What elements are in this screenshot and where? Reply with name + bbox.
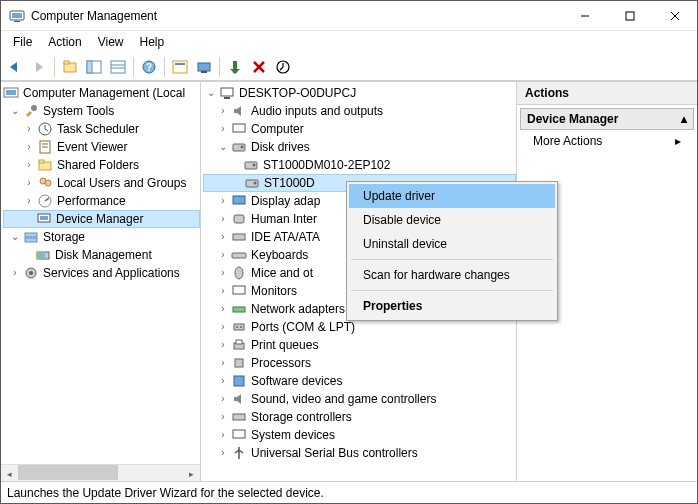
cpu-icon bbox=[231, 355, 247, 371]
services-icon bbox=[23, 265, 39, 281]
expand-icon[interactable]: › bbox=[217, 318, 229, 336]
expand-icon[interactable]: › bbox=[217, 120, 229, 138]
expand-icon[interactable]: › bbox=[217, 192, 229, 210]
help-button[interactable]: ? bbox=[138, 56, 160, 78]
status-bar: Launches the Update Driver Wizard for th… bbox=[1, 481, 697, 503]
mouse-icon bbox=[231, 265, 247, 281]
menu-file[interactable]: File bbox=[5, 33, 40, 51]
toolbar-icon-button[interactable] bbox=[169, 56, 191, 78]
device-item-label: ST1000D bbox=[264, 174, 315, 192]
forward-button[interactable] bbox=[28, 56, 50, 78]
svg-rect-39 bbox=[25, 238, 37, 242]
ctx-disable-device[interactable]: Disable device bbox=[349, 208, 555, 232]
expand-icon[interactable]: › bbox=[217, 264, 229, 282]
tree-item-label: Services and Applications bbox=[43, 264, 180, 282]
menu-action[interactable]: Action bbox=[40, 33, 89, 51]
tree-item-label: Device Manager bbox=[56, 210, 143, 228]
expand-icon[interactable]: › bbox=[217, 300, 229, 318]
show-hide-tree-button[interactable] bbox=[83, 56, 105, 78]
console-tree[interactable]: Computer Management (Local ⌄System Tools… bbox=[1, 82, 200, 284]
device-item-label: Processors bbox=[251, 354, 311, 372]
menu-view[interactable]: View bbox=[90, 33, 132, 51]
ctx-update-driver[interactable]: Update driver bbox=[349, 184, 555, 208]
expand-icon[interactable]: › bbox=[217, 372, 229, 390]
expand-icon[interactable]: › bbox=[217, 282, 229, 300]
expand-icon[interactable]: › bbox=[217, 102, 229, 120]
device-root-label: DESKTOP-O0DUPCJ bbox=[239, 84, 356, 102]
svg-rect-8 bbox=[64, 61, 69, 64]
storage-ctl-icon bbox=[231, 409, 247, 425]
ctx-properties[interactable]: Properties bbox=[349, 294, 555, 318]
tools-icon bbox=[23, 103, 39, 119]
svg-rect-60 bbox=[233, 307, 245, 312]
ctx-uninstall-device[interactable]: Uninstall device bbox=[349, 232, 555, 256]
svg-rect-42 bbox=[41, 252, 45, 259]
ide-icon bbox=[231, 229, 247, 245]
collapse-icon[interactable]: ⌄ bbox=[217, 138, 229, 156]
maximize-button[interactable] bbox=[607, 1, 652, 30]
keyboard-icon bbox=[231, 247, 247, 263]
up-button[interactable] bbox=[59, 56, 81, 78]
device-item-label: Universal Serial Bus controllers bbox=[251, 444, 418, 462]
svg-rect-11 bbox=[111, 61, 125, 73]
expand-icon[interactable]: › bbox=[217, 354, 229, 372]
close-button[interactable] bbox=[652, 1, 697, 30]
expand-icon[interactable]: › bbox=[217, 210, 229, 228]
update-driver-button[interactable] bbox=[272, 56, 294, 78]
svg-rect-55 bbox=[234, 215, 244, 223]
tree-item-label: Disk Management bbox=[55, 246, 152, 264]
horizontal-scrollbar[interactable]: ◂ ▸ bbox=[1, 464, 200, 481]
more-actions[interactable]: More Actions ▸ bbox=[517, 130, 697, 152]
app-icon bbox=[9, 8, 25, 24]
clock-icon bbox=[37, 121, 53, 137]
delete-button[interactable] bbox=[248, 56, 270, 78]
expand-icon[interactable]: › bbox=[217, 390, 229, 408]
svg-rect-66 bbox=[235, 359, 243, 367]
svg-point-26 bbox=[31, 105, 37, 111]
svg-rect-69 bbox=[233, 430, 245, 438]
back-button[interactable] bbox=[4, 56, 26, 78]
svg-rect-45 bbox=[221, 88, 233, 96]
expand-icon[interactable]: › bbox=[23, 174, 35, 192]
tree-item-label: Task Scheduler bbox=[57, 120, 139, 138]
expand-icon[interactable]: › bbox=[23, 138, 35, 156]
svg-text:?: ? bbox=[146, 62, 152, 73]
expand-icon[interactable]: › bbox=[23, 120, 35, 138]
scroll-right-button[interactable]: ▸ bbox=[183, 465, 200, 481]
actions-section[interactable]: Device Manager ▴ bbox=[520, 108, 694, 130]
computer-icon bbox=[219, 85, 235, 101]
svg-point-34 bbox=[45, 180, 51, 186]
expand-icon[interactable]: › bbox=[217, 444, 229, 462]
properties-button[interactable] bbox=[107, 56, 129, 78]
svg-rect-46 bbox=[224, 97, 230, 99]
expand-icon[interactable]: › bbox=[217, 336, 229, 354]
scan-hardware-button[interactable] bbox=[193, 56, 215, 78]
device-item-label: Software devices bbox=[251, 372, 342, 390]
expand-icon[interactable]: › bbox=[217, 408, 229, 426]
svg-point-51 bbox=[253, 164, 256, 167]
disk-icon bbox=[243, 157, 259, 173]
ctx-separator bbox=[351, 259, 553, 260]
expand-icon[interactable]: › bbox=[23, 156, 35, 174]
expand-icon[interactable]: › bbox=[217, 426, 229, 444]
expand-icon[interactable]: › bbox=[217, 246, 229, 264]
scroll-left-button[interactable]: ◂ bbox=[1, 465, 18, 481]
tree-item-label: Event Viewer bbox=[57, 138, 127, 156]
minimize-button[interactable] bbox=[562, 1, 607, 30]
collapse-icon[interactable]: ⌄ bbox=[9, 102, 21, 120]
svg-rect-25 bbox=[6, 90, 16, 95]
expand-icon[interactable]: › bbox=[23, 192, 35, 210]
svg-rect-54 bbox=[233, 196, 245, 204]
ctx-scan-hardware[interactable]: Scan for hardware changes bbox=[349, 263, 555, 287]
collapse-icon[interactable]: ⌄ bbox=[9, 228, 21, 246]
sound-icon bbox=[231, 391, 247, 407]
expand-icon[interactable]: › bbox=[9, 264, 21, 282]
storage-icon bbox=[23, 229, 39, 245]
enable-button[interactable] bbox=[224, 56, 246, 78]
device-item-label: Audio inputs and outputs bbox=[251, 102, 383, 120]
expand-icon[interactable]: › bbox=[217, 228, 229, 246]
menu-help[interactable]: Help bbox=[132, 33, 173, 51]
software-icon bbox=[231, 373, 247, 389]
collapse-icon[interactable]: ⌄ bbox=[205, 84, 217, 102]
audio-icon bbox=[231, 103, 247, 119]
